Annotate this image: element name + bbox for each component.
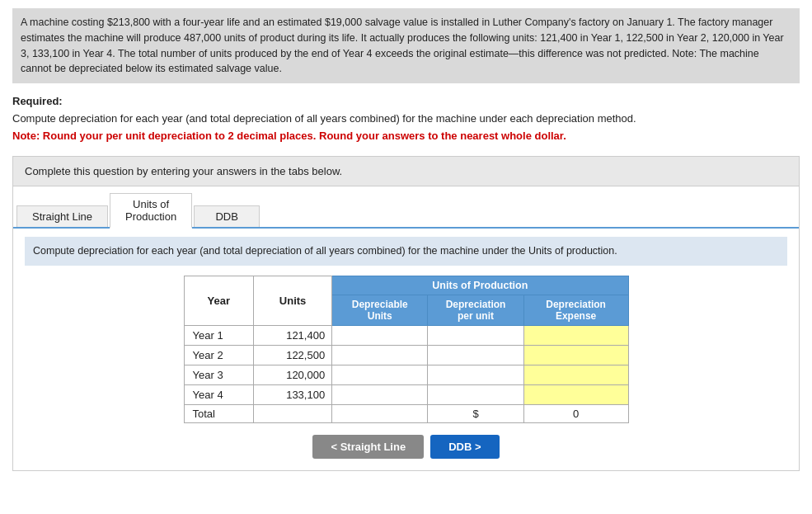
- table-row: Year 4 133,100: [184, 385, 628, 405]
- next-button[interactable]: DDB >: [430, 435, 499, 459]
- year-3-dep-expense-input[interactable]: [529, 368, 623, 382]
- required-note: Note: Round your per unit depreciation t…: [12, 128, 800, 145]
- col-depreciable-units-header: DepreciableUnits: [332, 295, 428, 326]
- year-1-units: 121,400: [254, 326, 332, 346]
- tab-bar: Straight Line Units of Production DDB: [13, 186, 799, 229]
- year-4-dep-expense-input[interactable]: [529, 388, 623, 402]
- year-4-label: Year 4: [184, 385, 254, 405]
- year-1-label: Year 1: [184, 326, 254, 346]
- total-depreciable-units-empty: [332, 405, 428, 423]
- prev-button[interactable]: < Straight Line: [312, 435, 424, 459]
- year-3-dep-per-unit-input[interactable]: [431, 368, 519, 382]
- year-2-label: Year 2: [184, 346, 254, 365]
- year-3-units: 120,000: [254, 365, 332, 385]
- table-container: Year Units Units of Production Depreciab…: [184, 276, 629, 423]
- problem-text: A machine costing $213,800 with a four-y…: [12, 8, 800, 83]
- col-year-header: Year: [184, 276, 254, 326]
- year-4-dep-expense-cell[interactable]: [523, 385, 628, 405]
- year-2-units: 122,500: [254, 346, 332, 365]
- year-4-dep-per-unit-cell[interactable]: [428, 385, 523, 405]
- year-3-label: Year 3: [184, 365, 254, 385]
- year-3-dep-per-unit-cell[interactable]: [428, 365, 523, 385]
- year-2-dep-expense-cell[interactable]: [523, 346, 628, 365]
- total-label: Total: [184, 405, 254, 423]
- tab-ddb[interactable]: DDB: [194, 205, 260, 227]
- table-row: Year 3 120,000: [184, 365, 628, 385]
- units-of-production-header: Units of Production: [332, 276, 628, 295]
- year-2-dep-expense-input[interactable]: [529, 348, 623, 362]
- tab-units-of-production[interactable]: Units of Production: [110, 193, 192, 229]
- table-row: Year 2 122,500: [184, 346, 628, 365]
- nav-buttons: < Straight Line DDB >: [25, 435, 787, 459]
- tabs-area: Straight Line Units of Production DDB Co…: [12, 186, 800, 471]
- year-4-dep-per-unit-input[interactable]: [431, 388, 519, 402]
- total-units-empty: [254, 405, 332, 423]
- col-units-header: Units: [254, 276, 332, 326]
- instruction-box: Complete this question by entering your …: [12, 156, 800, 186]
- total-value: 0: [523, 405, 628, 423]
- year-4-units: 133,100: [254, 385, 332, 405]
- year-3-depreciable-units-cell[interactable]: [332, 365, 428, 385]
- year-2-dep-per-unit-input[interactable]: [431, 348, 519, 362]
- year-2-depreciable-units-input[interactable]: [336, 348, 424, 362]
- tab-content: Compute depreciation for each year (and …: [13, 229, 799, 470]
- required-section: Required: Compute depreciation for each …: [12, 93, 800, 144]
- year-4-depreciable-units-input[interactable]: [336, 388, 424, 402]
- year-1-dep-per-unit-input[interactable]: [431, 328, 519, 342]
- tab-straight-line[interactable]: Straight Line: [16, 205, 108, 227]
- year-2-depreciable-units-cell[interactable]: [332, 346, 428, 365]
- table-row: Year 1 121,400: [184, 326, 628, 346]
- year-1-dep-expense-cell[interactable]: [523, 326, 628, 346]
- year-2-dep-per-unit-cell[interactable]: [428, 346, 523, 365]
- year-1-depreciable-units-cell[interactable]: [332, 326, 428, 346]
- required-label: Required:: [12, 95, 63, 107]
- required-text: Compute depreciation for each year (and …: [12, 111, 800, 128]
- depreciation-table: Year Units Units of Production Depreciab…: [184, 276, 629, 423]
- year-3-dep-expense-cell[interactable]: [523, 365, 628, 385]
- year-1-depreciable-units-input[interactable]: [336, 328, 424, 342]
- year-1-dep-per-unit-cell[interactable]: [428, 326, 523, 346]
- col-dep-per-unit-header: Depreciationper unit: [428, 295, 523, 326]
- total-row: Total $ 0: [184, 405, 628, 423]
- year-3-depreciable-units-input[interactable]: [336, 368, 424, 382]
- compute-description: Compute depreciation for each year (and …: [25, 237, 787, 266]
- col-dep-expense-header: DepreciationExpense: [523, 295, 628, 326]
- year-4-depreciable-units-cell[interactable]: [332, 385, 428, 405]
- total-dollar-sign: $: [428, 405, 523, 423]
- year-1-dep-expense-input[interactable]: [529, 328, 623, 342]
